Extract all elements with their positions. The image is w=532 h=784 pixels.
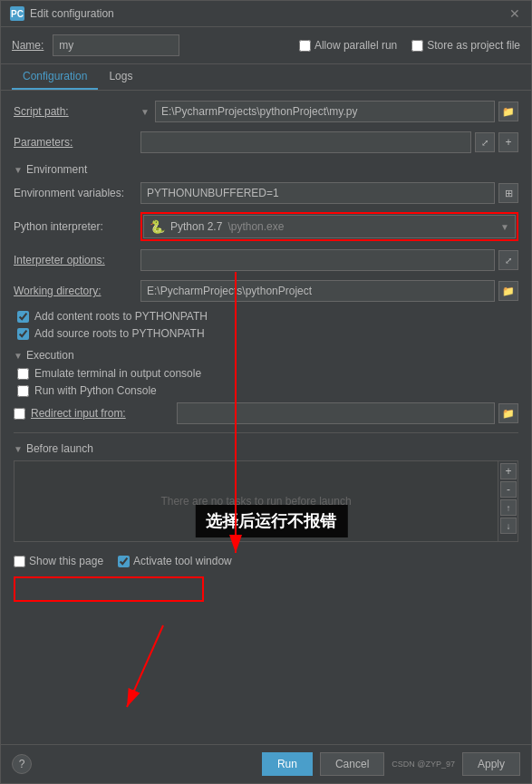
- before-launch-section: ▼ Before launch There are no tasks to ru…: [14, 442, 518, 542]
- content: Script path: ▼ 📁 Parameters: ⤢ + ▼ Envir…: [1, 91, 531, 744]
- emulate-terminal-row: Emulate terminal in output console: [17, 367, 518, 380]
- python-interpreter-value: Python 2.7: [170, 220, 222, 233]
- python-interpreter-label: Python interpreter:: [14, 220, 140, 233]
- env-variables-edit-btn[interactable]: ⊞: [498, 183, 518, 203]
- interpreter-dropdown-arrow: ▼: [500, 222, 509, 232]
- watermark: CSDN @ZYP_97: [392, 760, 455, 769]
- redirect-input-folder-btn[interactable]: 📁: [498, 403, 518, 423]
- close-button[interactable]: ✕: [508, 6, 522, 21]
- env-variables-input[interactable]: [140, 182, 495, 204]
- env-variables-label: Environment variables:: [14, 187, 140, 199]
- execution-header: ▼ Execution: [14, 349, 518, 362]
- working-directory-row: Working directory: 📁: [14, 279, 518, 303]
- footer: ? Run Cancel CSDN @ZYP_97 Apply: [1, 744, 531, 783]
- bottom-checkboxes: Show this page Activate tool window: [14, 549, 518, 573]
- activate-window-label: Activate tool window: [133, 555, 232, 567]
- annotation-text: 选择后运行不报错: [195, 505, 347, 537]
- python-interpreter-highlight-box: 🐍 Python 2.7 \python.exe ▼: [140, 212, 518, 241]
- add-source-roots-checkbox[interactable]: [17, 328, 29, 340]
- store-as-project-group: Store as project file: [411, 39, 520, 52]
- before-launch-sidebar: + - ↑ ↓: [498, 460, 518, 542]
- python-icon: 🐍: [150, 219, 165, 234]
- tab-configuration[interactable]: Configuration: [12, 64, 98, 90]
- environment-label: Environment: [26, 163, 87, 176]
- script-path-input[interactable]: [155, 101, 495, 122]
- before-launch-add-btn[interactable]: +: [500, 463, 517, 479]
- before-launch-move-down-btn[interactable]: ↓: [500, 518, 517, 534]
- add-source-roots-row: Add source roots to PYTHONPATH: [17, 327, 518, 340]
- working-directory-control: 📁: [140, 280, 518, 302]
- top-bar-right: Allow parallel run Store as project file: [299, 39, 520, 52]
- script-path-folder-btn[interactable]: 📁: [498, 102, 518, 121]
- script-path-row: Script path: ▼ 📁: [14, 100, 518, 123]
- apply-button[interactable]: Apply: [462, 752, 520, 776]
- before-launch-content-wrapper: There are no tasks to run before launch …: [14, 460, 518, 542]
- tabs: Configuration Logs: [1, 64, 531, 91]
- name-input[interactable]: [53, 34, 179, 56]
- store-as-project-label: Store as project file: [427, 39, 520, 52]
- before-launch-remove-btn[interactable]: -: [500, 481, 517, 498]
- footer-right: Run Cancel CSDN @ZYP_97 Apply: [262, 752, 520, 776]
- working-directory-input[interactable]: [140, 280, 495, 302]
- before-launch-header: ▼ Before launch: [14, 442, 518, 455]
- allow-parallel-group: Allow parallel run: [299, 39, 397, 52]
- show-page-label: Show this page: [29, 555, 103, 567]
- add-content-roots-checkbox[interactable]: [17, 311, 29, 323]
- redirect-input-checkbox[interactable]: [14, 408, 25, 420]
- activate-window-checkbox[interactable]: [118, 556, 130, 567]
- script-path-control: ▼ 📁: [140, 101, 518, 122]
- add-content-roots-row: Add content roots to PYTHONPATH: [17, 310, 518, 323]
- divider: [14, 432, 518, 433]
- titlebar: PC Edit configuration ✕: [1, 1, 531, 27]
- store-as-project-checkbox[interactable]: [411, 40, 423, 52]
- environment-header: ▼ Environment: [14, 163, 518, 176]
- execution-collapse-icon[interactable]: ▼: [14, 351, 23, 361]
- env-variables-control: ⊞: [140, 182, 518, 204]
- python-interpreter-select[interactable]: 🐍 Python 2.7 \python.exe ▼: [143, 215, 516, 238]
- parameters-expand-btn[interactable]: ⤢: [475, 132, 495, 152]
- before-launch-label: Before launch: [26, 442, 93, 455]
- environment-collapse-icon[interactable]: ▼: [14, 165, 23, 175]
- dialog-title: Edit configuration: [30, 7, 114, 20]
- redirect-input-checkbox-group: Redirect input from:: [14, 407, 177, 420]
- script-path-dropdown-arrow[interactable]: ▼: [140, 107, 150, 117]
- parameters-input[interactable]: [140, 131, 471, 153]
- tab-logs[interactable]: Logs: [98, 64, 143, 90]
- execution-label: Execution: [26, 349, 74, 362]
- before-launch-content: There are no tasks to run before launch …: [14, 460, 498, 542]
- parameters-add-btn[interactable]: +: [498, 132, 518, 152]
- help-button[interactable]: ?: [12, 754, 32, 774]
- python-interpreter-extra: \python.exe: [227, 220, 495, 233]
- interpreter-options-expand-btn[interactable]: ⤢: [498, 250, 518, 270]
- show-page-group: Show this page: [14, 555, 103, 567]
- working-directory-folder-btn[interactable]: 📁: [498, 281, 518, 301]
- show-page-checkbox[interactable]: [14, 556, 25, 567]
- emulate-terminal-checkbox[interactable]: [17, 368, 29, 380]
- interpreter-options-control: ⤢: [140, 249, 518, 271]
- activate-window-group: Activate tool window: [118, 555, 232, 567]
- script-path-label: Script path:: [14, 105, 140, 118]
- titlebar-left: PC Edit configuration: [10, 6, 114, 21]
- interpreter-options-label: Interpreter options:: [14, 254, 140, 266]
- cancel-button[interactable]: Cancel: [320, 752, 384, 776]
- redirect-input-control: 📁: [177, 402, 518, 424]
- name-label: Name:: [12, 39, 44, 52]
- redirect-input-input[interactable]: [177, 402, 495, 424]
- python-interpreter-row: Python interpreter: 🐍 Python 2.7 \python…: [14, 212, 518, 241]
- working-directory-label: Working directory:: [14, 285, 140, 297]
- env-variables-row: Environment variables: ⊞: [14, 181, 518, 205]
- run-button[interactable]: Run: [262, 752, 313, 776]
- run-with-python-row: Run with Python Console: [17, 384, 518, 397]
- run-with-python-checkbox[interactable]: [17, 385, 29, 397]
- emulate-terminal-label: Emulate terminal in output console: [34, 367, 201, 380]
- parameters-control: ⤢ +: [140, 131, 518, 153]
- redirect-input-label: Redirect input from:: [31, 407, 158, 420]
- allow-parallel-label: Allow parallel run: [314, 39, 397, 52]
- app-icon: PC: [10, 6, 24, 21]
- before-launch-move-up-btn[interactable]: ↑: [500, 499, 517, 516]
- interpreter-options-input[interactable]: [140, 249, 495, 271]
- before-launch-collapse-icon[interactable]: ▼: [14, 444, 23, 454]
- allow-parallel-checkbox[interactable]: [299, 40, 311, 52]
- add-content-roots-label: Add content roots to PYTHONPATH: [34, 310, 208, 323]
- top-bar: Name: Allow parallel run Store as projec…: [1, 27, 531, 64]
